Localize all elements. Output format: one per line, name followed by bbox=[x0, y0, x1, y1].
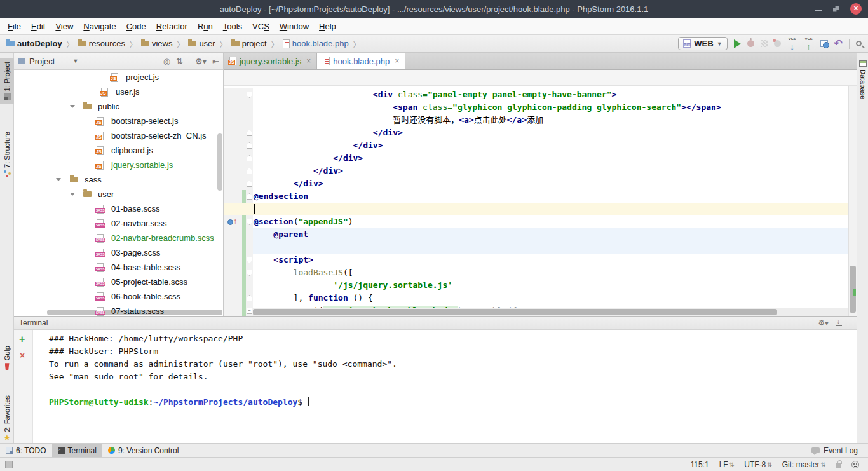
tool-window-button-6todo[interactable]: 6: TODO bbox=[0, 444, 52, 458]
close-tab-icon[interactable]: × bbox=[306, 57, 311, 65]
code-line[interactable]: <span class="glyphicon glyphicon-padding… bbox=[224, 101, 857, 114]
menu-item-tools[interactable]: Tools bbox=[218, 22, 247, 31]
hide-panel-icon[interactable]: ⇤ bbox=[212, 57, 219, 65]
code-line[interactable]: </div> bbox=[224, 177, 857, 190]
tree-item[interactable]: JSproject.js bbox=[14, 70, 223, 85]
code-line[interactable] bbox=[224, 241, 857, 254]
code-line[interactable]: 暂时还没有脚本，<a>点击此处</a>添加 bbox=[224, 114, 857, 126]
menu-item-run[interactable]: Run bbox=[193, 22, 218, 31]
editor-vertical-scrollbar[interactable] bbox=[848, 86, 857, 316]
code-line[interactable]: <div class="panel-empty panel-empty-have… bbox=[224, 88, 857, 101]
hector-inspector-icon[interactable] bbox=[851, 461, 859, 468]
editor-horizontal-scrollbar[interactable] bbox=[253, 308, 848, 316]
terminal-output[interactable]: ### HackHome: /home/lutty/workspace/PHP#… bbox=[34, 330, 857, 443]
tree-item[interactable]: SASS07-status.scss bbox=[14, 304, 223, 316]
tool-window-button-9versioncontrol[interactable]: 9: Version Control bbox=[102, 444, 184, 458]
recent-changes-button[interactable] bbox=[820, 40, 828, 47]
tree-item[interactable]: user bbox=[14, 187, 223, 201]
project-panel-title[interactable]: Project bbox=[29, 57, 55, 66]
minimize-button[interactable] bbox=[815, 10, 822, 11]
chevron-down-icon[interactable]: ▼ bbox=[72, 58, 78, 64]
tool-window-toggle-icon[interactable] bbox=[5, 461, 13, 468]
code-editor[interactable]: <div class="panel-empty panel-empty-have… bbox=[224, 86, 857, 316]
profiler-button[interactable] bbox=[774, 40, 781, 47]
tree-item[interactable]: SASS03-page.scss bbox=[14, 245, 223, 260]
tree-item[interactable]: JSbootstrap-select.js bbox=[14, 114, 223, 128]
stripe-button-favorites[interactable]: 2: Favorites★ bbox=[0, 392, 14, 446]
tree-item[interactable]: SASS04-base-table.scss bbox=[14, 260, 223, 275]
editor-tab-jquery-sortable-js[interactable]: JSjquery.sortable.js× bbox=[224, 53, 317, 69]
breadcrumb-item[interactable]: views bbox=[140, 39, 174, 48]
tree-item[interactable]: JSuser.js bbox=[14, 85, 223, 99]
git-branch-widget[interactable]: Git: master⇅ bbox=[782, 460, 825, 469]
menu-item-vcs[interactable]: VCS bbox=[247, 22, 275, 31]
tree-item[interactable]: SASS02-navbar.scss bbox=[14, 216, 223, 231]
stripe-button-database[interactable]: Database bbox=[857, 57, 868, 103]
scrollbar-thumb[interactable] bbox=[253, 309, 777, 315]
gear-icon[interactable]: ⚙▾ bbox=[818, 318, 829, 327]
breadcrumb-item[interactable]: project bbox=[230, 39, 268, 48]
code-line[interactable]: </div> bbox=[224, 139, 857, 152]
menu-item-help[interactable]: Help bbox=[314, 22, 341, 31]
hide-panel-icon[interactable] bbox=[836, 320, 843, 326]
vcs-commit-button[interactable]: VCS↑ bbox=[804, 38, 814, 50]
close-button[interactable]: × bbox=[850, 3, 862, 15]
encoding-widget[interactable]: UTF-8⇅ bbox=[744, 460, 772, 469]
tree-item[interactable]: public bbox=[14, 99, 223, 114]
close-tab-icon[interactable]: × bbox=[395, 57, 399, 65]
tree-item[interactable]: JSjquery.sortable.js bbox=[14, 158, 223, 172]
tree-item[interactable]: SASS06-hook-table.scss bbox=[14, 289, 223, 304]
section-gutter-icon[interactable]: ↑ bbox=[227, 217, 239, 227]
breadcrumb-item[interactable]: autoDeploy bbox=[5, 39, 64, 48]
coverage-button[interactable] bbox=[761, 40, 768, 47]
fold-marker-icon[interactable]: − bbox=[247, 308, 252, 314]
code-line[interactable]: ], function () { bbox=[224, 292, 857, 304]
breadcrumb-item[interactable]: user bbox=[187, 39, 216, 48]
code-line[interactable]: <script> bbox=[224, 254, 857, 266]
code-line[interactable]: loadBaseJS([ bbox=[224, 266, 857, 279]
breadcrumb-item[interactable]: hook.blade.php bbox=[281, 39, 350, 48]
search-everywhere-button[interactable] bbox=[856, 41, 862, 46]
tool-window-button-terminal[interactable]: Terminal bbox=[52, 444, 102, 458]
menu-item-navigate[interactable]: Navigate bbox=[78, 22, 121, 31]
stripe-button-structure[interactable]: 7: Structure bbox=[0, 128, 14, 181]
caret-position-widget[interactable]: 115:1 bbox=[691, 460, 709, 469]
menu-item-edit[interactable]: Edit bbox=[26, 22, 50, 31]
new-session-icon[interactable]: + bbox=[19, 335, 25, 344]
run-button[interactable] bbox=[734, 39, 741, 48]
tree-expand-icon[interactable] bbox=[70, 193, 75, 196]
menu-item-code[interactable]: Code bbox=[121, 22, 151, 31]
run-config-select[interactable]: WEB ▼ bbox=[678, 37, 727, 50]
code-line[interactable]: </div> bbox=[224, 165, 857, 177]
gear-icon[interactable]: ⚙▾ bbox=[195, 57, 207, 65]
readonly-lock-icon[interactable] bbox=[836, 463, 841, 468]
stripe-button-gulp[interactable]: Gulp bbox=[0, 342, 14, 374]
code-line[interactable]: </div> bbox=[224, 126, 857, 139]
tree-expand-icon[interactable] bbox=[70, 105, 75, 108]
collapse-all-icon[interactable]: ⇅ bbox=[176, 57, 183, 65]
code-line[interactable]: '/js/jquery.sortable.js' bbox=[224, 279, 857, 292]
menu-item-refactor[interactable]: Refactor bbox=[151, 22, 193, 31]
revert-button[interactable]: ↶ bbox=[834, 39, 843, 48]
menu-item-view[interactable]: View bbox=[50, 22, 78, 31]
debug-button[interactable] bbox=[747, 40, 754, 47]
tree-item[interactable]: sass bbox=[14, 172, 223, 187]
editor-tab-hook-blade-php[interactable]: hook.blade.php× bbox=[317, 53, 405, 69]
locate-file-icon[interactable]: ◎ bbox=[163, 57, 170, 65]
tree-item[interactable]: SASS01-base.scss bbox=[14, 201, 223, 216]
code-line[interactable]: @parent bbox=[224, 228, 857, 241]
tree-item[interactable]: JSclipboard.js bbox=[14, 143, 223, 158]
tree-item[interactable]: JSbootstrap-select-zh_CN.js bbox=[14, 128, 223, 143]
tree-item[interactable]: SASS02-navbar-breadcrumb.scss bbox=[14, 231, 223, 245]
tree-item[interactable]: SASS05-project-table.scss bbox=[14, 275, 223, 289]
stripe-button-project[interactable]: 1: Project bbox=[0, 58, 14, 104]
breadcrumb-item[interactable]: resources bbox=[77, 39, 126, 48]
menu-item-file[interactable]: File bbox=[3, 22, 26, 31]
menu-item-window[interactable]: Window bbox=[275, 22, 314, 31]
tree-expand-icon[interactable] bbox=[56, 178, 61, 181]
close-session-icon[interactable]: × bbox=[20, 350, 25, 360]
vcs-update-button[interactable]: VCS↓ bbox=[787, 38, 797, 50]
code-line[interactable]: ↑@section("appendJS") bbox=[224, 215, 857, 228]
code-line[interactable]: </div> bbox=[224, 152, 857, 165]
line-separator-widget[interactable]: LF⇅ bbox=[719, 460, 735, 469]
